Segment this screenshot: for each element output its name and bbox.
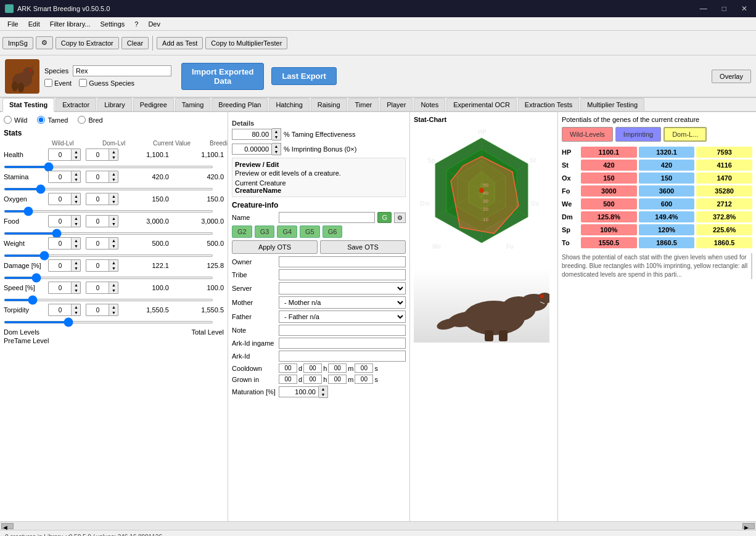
import-exported-data-button[interactable]: Import Exported Data xyxy=(181,63,264,90)
menu-file[interactable]: File xyxy=(2,19,23,29)
cooldown-s-input[interactable] xyxy=(355,363,373,373)
tab-multiplier-testing[interactable]: Multiplier Testing xyxy=(580,98,644,111)
pot-dm-wild[interactable]: 125.8% xyxy=(581,211,637,222)
weight-wild-spinner[interactable]: ▲ ▼ xyxy=(48,237,81,250)
tab-timer[interactable]: Timer xyxy=(348,98,379,111)
pot-dm-imp[interactable]: 149.4% xyxy=(639,211,695,222)
cooldown-d-input[interactable] xyxy=(279,363,297,373)
pot-ox-dom[interactable]: 1470 xyxy=(696,173,752,184)
tab-player[interactable]: Player xyxy=(380,98,413,111)
health-dom-up[interactable]: ▲ xyxy=(109,149,118,155)
health-wild-up[interactable]: ▲ xyxy=(72,149,80,155)
imprinting-input[interactable] xyxy=(232,144,272,155)
damage-slider[interactable] xyxy=(4,277,213,279)
weight-wild-input[interactable] xyxy=(49,238,71,249)
menu-settings[interactable]: Settings xyxy=(96,19,130,29)
owner-input[interactable] xyxy=(279,256,406,267)
tab-extraction-tests[interactable]: Extraction Tests xyxy=(518,98,579,111)
tab-experimental-ocr[interactable]: Experimental OCR xyxy=(446,98,517,111)
pot-we-imp[interactable]: 600 xyxy=(639,198,695,209)
tamed-radio[interactable] xyxy=(37,116,45,124)
grown-h-input[interactable] xyxy=(303,375,322,384)
pot-we-dom[interactable]: 2712 xyxy=(696,198,752,209)
pot-st-imp[interactable]: 420 xyxy=(639,160,695,171)
bred-radio[interactable] xyxy=(78,116,86,124)
father-select[interactable]: - Father n/a xyxy=(279,311,406,323)
pot-sp-dom[interactable]: 225.6% xyxy=(696,224,752,235)
wild-radio[interactable] xyxy=(4,116,12,124)
tribe-input[interactable] xyxy=(279,269,406,280)
maximize-button[interactable]: □ xyxy=(718,3,730,14)
copy-to-extractor-button[interactable]: Copy to Extractor xyxy=(55,37,119,49)
food-dom-spinner[interactable]: ▲ ▼ xyxy=(86,215,118,227)
health-slider[interactable] xyxy=(4,166,213,168)
pot-to-imp[interactable]: 1860.5 xyxy=(639,237,695,248)
taming-eff-up[interactable]: ▲ xyxy=(272,129,281,134)
speed-dom-up[interactable]: ▲ xyxy=(109,282,118,288)
add-as-test-button[interactable]: Add as Test xyxy=(157,37,203,49)
pot-dm-dom[interactable]: 372.8% xyxy=(696,211,752,222)
weight-wild-down[interactable]: ▼ xyxy=(72,243,80,249)
stamina-dom-down[interactable]: ▼ xyxy=(109,177,118,182)
menu-edit[interactable]: Edit xyxy=(23,19,45,29)
stamina-dom-up[interactable]: ▲ xyxy=(109,171,118,177)
stamina-wild-input[interactable] xyxy=(49,171,71,182)
copy-to-multipliertester-button[interactable]: Copy to MultiplierTester xyxy=(205,37,287,49)
tamed-radio-label[interactable]: Tamed xyxy=(37,116,68,124)
stamina-dom-spinner[interactable]: ▲ ▼ xyxy=(86,171,118,183)
bred-radio-label[interactable]: Bred xyxy=(78,116,102,124)
health-dom-down[interactable]: ▼ xyxy=(109,155,118,160)
tab-taming[interactable]: Taming xyxy=(175,98,210,111)
pot-hp-dom[interactable]: 7593 xyxy=(696,147,752,158)
tab-notes[interactable]: Notes xyxy=(414,98,445,111)
torpidity-dom-spinner[interactable]: ▲ ▼ xyxy=(86,304,118,316)
speed-wild-up[interactable]: ▲ xyxy=(72,282,80,288)
pot-ox-imp[interactable]: 150 xyxy=(639,173,695,184)
pot-hp-imp[interactable]: 1320.1 xyxy=(639,147,695,158)
speed-dom-input[interactable] xyxy=(86,282,109,293)
pot-st-wild[interactable]: 420 xyxy=(581,160,637,171)
damage-dom-input[interactable] xyxy=(86,260,109,271)
pot-fo-dom[interactable]: 35280 xyxy=(696,185,752,197)
oxygen-dom-spinner[interactable]: ▲ ▼ xyxy=(86,193,118,205)
oxygen-wild-up[interactable]: ▲ xyxy=(72,193,80,199)
pot-sp-imp[interactable]: 120% xyxy=(639,224,695,235)
scroll-right-button[interactable]: ► xyxy=(742,523,755,529)
name-settings-button[interactable]: ⚙ xyxy=(394,213,406,223)
wild-radio-label[interactable]: Wild xyxy=(4,116,27,124)
damage-dom-spinner[interactable]: ▲ ▼ xyxy=(86,259,118,272)
pot-to-wild[interactable]: 1550.5 xyxy=(581,237,637,248)
ark-id-input[interactable] xyxy=(279,351,406,362)
health-wild-spinner[interactable]: ▲ ▼ xyxy=(48,148,81,161)
damage-wild-down[interactable]: ▼ xyxy=(72,266,80,271)
weight-wild-up[interactable]: ▲ xyxy=(72,238,80,243)
torpidity-dom-input[interactable] xyxy=(86,304,109,315)
oxygen-wild-down[interactable]: ▼ xyxy=(72,199,80,205)
weight-dom-input[interactable] xyxy=(86,238,109,249)
pot-sp-wild[interactable]: 100% xyxy=(581,224,637,235)
speed-dom-spinner[interactable]: ▲ ▼ xyxy=(86,282,118,294)
weight-dom-spinner[interactable]: ▲ ▼ xyxy=(86,237,118,250)
save-ots-button[interactable]: Save OTS xyxy=(320,240,406,254)
oxygen-dom-input[interactable] xyxy=(86,193,109,205)
oxygen-dom-down[interactable]: ▼ xyxy=(109,199,118,205)
torpidity-wild-spinner[interactable]: ▲ ▼ xyxy=(48,304,81,316)
impsg-button[interactable]: ImpSg xyxy=(2,37,33,49)
minimize-button[interactable]: — xyxy=(696,3,711,14)
pot-to-dom[interactable]: 1860.5 xyxy=(696,237,752,248)
health-dom-spinner[interactable]: ▲ ▼ xyxy=(86,148,118,161)
oxygen-dom-up[interactable]: ▲ xyxy=(109,193,118,199)
pot-hp-wild[interactable]: 1100.1 xyxy=(581,147,637,158)
stamina-slider[interactable] xyxy=(4,188,213,190)
grown-m-input[interactable] xyxy=(328,375,347,384)
pot-tab-dom[interactable]: Dom-L... xyxy=(664,127,707,142)
food-wild-up[interactable]: ▲ xyxy=(72,216,80,221)
pot-st-dom[interactable]: 4116 xyxy=(696,160,752,171)
damage-wild-spinner[interactable]: ▲ ▼ xyxy=(48,259,81,272)
damage-dom-up[interactable]: ▲ xyxy=(109,260,118,266)
guess-species-checkbox[interactable] xyxy=(79,79,87,87)
pot-tab-wild[interactable]: Wild-Levels xyxy=(562,127,613,142)
tab-library[interactable]: Library xyxy=(97,98,132,111)
damage-wild-input[interactable] xyxy=(49,260,71,271)
food-dom-down[interactable]: ▼ xyxy=(109,221,118,227)
